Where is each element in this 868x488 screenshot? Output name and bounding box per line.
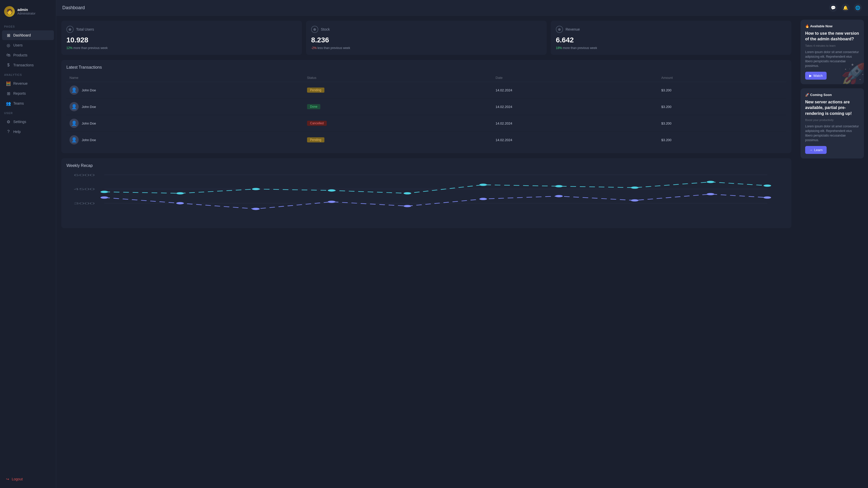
- cell-status: Pending: [304, 82, 493, 99]
- cell-date: 14.02.2024: [493, 115, 658, 132]
- col-name: Name: [66, 74, 304, 82]
- promo-badge-1: 🔥 Available Now: [805, 24, 859, 28]
- status-badge: Cancelled: [307, 121, 327, 126]
- help-icon: ?: [6, 129, 11, 134]
- messages-icon[interactable]: 💬: [829, 4, 837, 12]
- chart-dot: [328, 189, 335, 192]
- learn-button[interactable]: → Learn: [805, 146, 827, 154]
- teams-icon: 👥: [6, 101, 11, 106]
- chart-dot: [764, 185, 771, 187]
- promo-desc-2: Lorem ipsum dolor sit amet consectetur a…: [805, 124, 859, 142]
- transactions-title: Latest Transactions: [66, 65, 786, 70]
- cell-status: Pending: [304, 132, 493, 148]
- table-row: 👤 John Doe Done 14.02.2024 $3.200: [66, 99, 786, 115]
- stat-label-revenue: Revenue: [565, 27, 580, 31]
- content-area: ⊕ Total Users 10.928 12% more than previ…: [56, 15, 868, 488]
- chart-dot: [176, 202, 184, 204]
- sidebar-item-dashboard[interactable]: ⊞ Dashboard: [2, 30, 54, 40]
- svg-text:6000: 6000: [74, 173, 95, 176]
- main-content: ⊕ Total Users 10.928 12% more than previ…: [56, 15, 797, 488]
- chart-dot: [404, 192, 411, 194]
- chart-line-2: [104, 194, 767, 209]
- sidebar-item-help[interactable]: ? Help: [2, 127, 54, 136]
- notifications-icon[interactable]: 🔔: [841, 4, 849, 12]
- stat-card-revenue: ⊕ Revenue 6.642 18% more than previous w…: [551, 21, 792, 55]
- watch-button[interactable]: ▶ Watch: [805, 72, 827, 79]
- revenue-icon: 🧮: [6, 81, 11, 86]
- promo-title-1: How to use the new version of the admin …: [805, 31, 859, 42]
- sidebar-item-label: Reports: [13, 91, 26, 95]
- stat-value-revenue: 6.642: [556, 36, 786, 44]
- stat-value-stock: 8.236: [311, 36, 541, 44]
- products-icon: 🛍: [6, 53, 11, 58]
- status-badge: Pending: [307, 137, 324, 142]
- sidebar-item-label: Help: [13, 130, 21, 134]
- col-date: Date: [493, 74, 658, 82]
- sidebar-item-teams[interactable]: 👥 Teams: [2, 99, 54, 108]
- sidebar-item-label: Dashboard: [13, 33, 31, 37]
- chart-dot: [479, 184, 487, 186]
- chart-dot: [631, 187, 639, 189]
- sidebar-item-label: Transactions: [13, 63, 34, 67]
- promo-illustration-1: 🚀: [841, 64, 864, 84]
- users-icon: ◎: [6, 43, 11, 47]
- reports-icon: ⊞: [6, 91, 11, 96]
- chart-dot: [176, 192, 184, 194]
- logout-button[interactable]: ↪ Logout: [2, 475, 54, 484]
- stat-change-stock: -2% less than previous week: [311, 46, 541, 50]
- play-icon: ▶: [809, 74, 812, 77]
- sidebar-item-label: Users: [13, 43, 23, 47]
- right-sidebar: 🔥 Available Now How to use the new versi…: [797, 15, 868, 488]
- row-avatar: 👤: [69, 102, 79, 111]
- chart-dot: [100, 197, 108, 199]
- cell-status: Done: [304, 99, 493, 115]
- chart-dot: [404, 205, 411, 207]
- cell-name: 👤 John Doe: [66, 132, 304, 148]
- promo-badge-2: 🚀 Coming Soon: [805, 93, 859, 97]
- user-role: Administrator: [18, 12, 35, 15]
- table-row: 👤 John Doe Pending 14.02.2024 $3.200: [66, 132, 786, 148]
- sidebar-section-user: User ⚙ Settings ? Help: [0, 108, 56, 137]
- chart-dot: [252, 188, 260, 190]
- sidebar: 🧑 admin Administrator Pages ⊞ Dashboard …: [0, 0, 56, 488]
- stat-label-stock: Stock: [321, 27, 330, 31]
- sidebar-item-reports[interactable]: ⊞ Reports: [2, 89, 54, 98]
- stat-cards: ⊕ Total Users 10.928 12% more than previ…: [61, 21, 792, 55]
- sidebar-item-products[interactable]: 🛍 Products: [2, 50, 54, 60]
- weekly-recap-section: Weekly Recap 6000 4500 3000: [61, 158, 792, 228]
- cell-amount: $3.200: [658, 82, 786, 99]
- stat-change-revenue: 18% more than previous week: [556, 46, 786, 50]
- weekly-recap-title: Weekly Recap: [66, 163, 786, 168]
- sidebar-item-users[interactable]: ◎ Users: [2, 40, 54, 50]
- sidebar-item-label: Settings: [13, 120, 26, 124]
- section-label-user: User: [0, 110, 56, 117]
- chart-dot: [479, 198, 487, 200]
- sidebar-item-label: Teams: [13, 101, 24, 105]
- cell-name: 👤 John Doe: [66, 99, 304, 115]
- weekly-recap-chart: 6000 4500 3000: [66, 172, 786, 223]
- avatar: 🧑: [4, 6, 15, 17]
- sidebar-item-label: Revenue: [13, 82, 28, 86]
- stat-value-users: 10.928: [66, 36, 297, 44]
- chart-dot: [764, 197, 771, 199]
- row-avatar: 👤: [69, 119, 79, 128]
- globe-icon[interactable]: 🌐: [854, 4, 862, 12]
- page-title: Dashboard: [62, 5, 85, 10]
- user-name: admin: [18, 8, 35, 12]
- cell-date: 14.02.2024: [493, 99, 658, 115]
- dashboard-icon: ⊞: [6, 33, 11, 37]
- row-avatar: 👤: [69, 135, 79, 144]
- chart-dot: [252, 208, 260, 210]
- sidebar-item-transactions[interactable]: $ Transactions: [2, 60, 54, 70]
- row-avatar: 👤: [69, 86, 79, 95]
- sidebar-item-revenue[interactable]: 🧮 Revenue: [2, 78, 54, 88]
- chart-dot: [707, 193, 714, 195]
- promo-subtitle-1: Takes 4 minutes to learn: [805, 44, 859, 47]
- stat-icon-stock: ⊕: [311, 26, 318, 33]
- sidebar-user: 🧑 admin Administrator: [0, 4, 56, 22]
- settings-icon: ⚙: [6, 120, 11, 124]
- sidebar-bottom: ↪ Logout: [0, 472, 56, 484]
- logout-icon: ↪: [6, 477, 9, 481]
- sidebar-item-settings[interactable]: ⚙ Settings: [2, 117, 54, 127]
- section-label-pages: Pages: [0, 24, 56, 30]
